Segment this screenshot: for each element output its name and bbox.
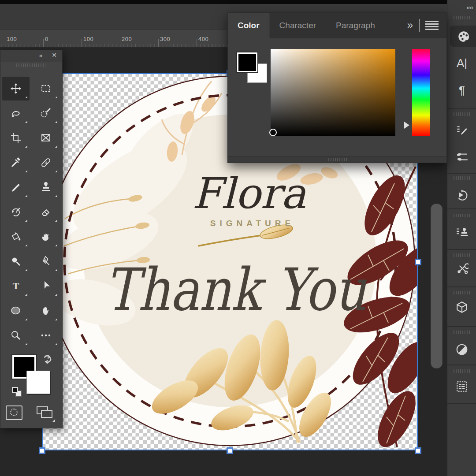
healing-brush-tool[interactable] xyxy=(32,151,60,175)
paragraph-icon: ¶ xyxy=(459,84,465,97)
transform-handle[interactable] xyxy=(415,259,421,265)
dock-collapse-icon[interactable]: «« xyxy=(466,4,473,11)
crop-tool[interactable] xyxy=(2,126,30,150)
panel-foreground-swatch[interactable] xyxy=(237,52,257,72)
tools-panel: « ✕ T xyxy=(0,50,63,428)
path-selection-tool[interactable] xyxy=(32,274,60,298)
panel-grip[interactable] xyxy=(16,63,45,67)
background-color-swatch[interactable] xyxy=(26,371,50,394)
dock-panel-paragraph[interactable]: ¶ xyxy=(447,80,476,101)
quick-mask-button[interactable] xyxy=(6,405,22,420)
dock-panel-adjustments[interactable] xyxy=(447,339,476,360)
dock-panel-3d[interactable] xyxy=(447,297,476,318)
marquee-tool[interactable] xyxy=(32,77,60,100)
paint-bucket-tool[interactable] xyxy=(2,225,30,249)
path-selection-icon xyxy=(40,280,52,292)
pen-tool[interactable] xyxy=(32,249,60,273)
collapse-panel-icon[interactable]: « xyxy=(39,52,43,59)
dock-divider xyxy=(447,403,476,404)
3d-icon xyxy=(455,301,469,314)
default-colors-icon[interactable] xyxy=(12,387,24,398)
dock-grip[interactable] xyxy=(454,291,470,294)
dock-panel-color[interactable] xyxy=(450,26,476,47)
zoom-icon xyxy=(10,330,22,341)
dock-divider xyxy=(447,249,476,250)
tools-panel-header[interactable]: « ✕ xyxy=(0,50,62,62)
eraser-icon xyxy=(40,206,52,218)
dock-grip[interactable] xyxy=(454,176,470,180)
collapse-panel-chevrons-icon[interactable]: » xyxy=(407,19,412,31)
selection-brush-tool[interactable] xyxy=(32,101,60,125)
panel-dock: «« A|¶ xyxy=(447,0,476,476)
tab-paragraph[interactable]: Paragraph xyxy=(326,13,385,38)
vertical-scrollbar[interactable] xyxy=(431,204,443,368)
hue-strip[interactable] xyxy=(412,49,430,136)
dock-grip[interactable] xyxy=(454,16,470,19)
adjustments-icon xyxy=(455,343,469,356)
type-tool[interactable]: T xyxy=(2,274,30,298)
ruler-label: 200 xyxy=(122,36,132,42)
close-panel-icon[interactable]: ✕ xyxy=(52,52,57,59)
window-top-edge xyxy=(0,0,476,4)
crop-icon xyxy=(10,132,22,144)
dock-panel-brush-settings[interactable] xyxy=(447,119,476,141)
frame-icon xyxy=(40,132,52,144)
hand-icon xyxy=(40,305,52,316)
dock-panel-history[interactable] xyxy=(447,185,476,206)
history-brush-tool[interactable] xyxy=(2,200,30,224)
eyedropper-icon xyxy=(10,157,22,168)
color-picker-cursor[interactable] xyxy=(269,129,277,136)
color-icon xyxy=(457,30,470,43)
dock-header: «« xyxy=(447,4,476,13)
dodge-tool[interactable] xyxy=(2,249,30,273)
quick-mask-icon xyxy=(10,409,18,416)
clone-stamp-tool[interactable] xyxy=(32,175,60,199)
transform-handle[interactable] xyxy=(227,447,233,454)
brush-settings-icon xyxy=(455,123,469,137)
frame-tool[interactable] xyxy=(32,126,60,150)
dock-grip[interactable] xyxy=(454,253,470,257)
dock-divider xyxy=(447,208,476,209)
ellipse-shape-tool[interactable] xyxy=(2,299,30,323)
lasso-icon xyxy=(10,108,22,119)
tab-color[interactable]: Color xyxy=(228,13,270,38)
character-icon: A| xyxy=(457,56,467,70)
hue-slider-icon[interactable] xyxy=(404,122,409,129)
tool-presets-icon xyxy=(455,261,469,275)
dock-panel-patterns[interactable] xyxy=(447,376,476,397)
smudge-tool[interactable] xyxy=(32,225,60,249)
dock-grip[interactable] xyxy=(454,112,470,116)
eraser-tool[interactable] xyxy=(32,200,60,224)
lasso-tool[interactable] xyxy=(2,101,30,125)
dock-panel-character[interactable]: A| xyxy=(447,52,476,74)
dock-grip[interactable] xyxy=(454,331,470,334)
transform-handle[interactable] xyxy=(415,447,421,454)
panel-menu-icon[interactable] xyxy=(425,21,439,30)
brush-tool[interactable] xyxy=(2,175,30,199)
dock-panel-tool-presets[interactable] xyxy=(447,257,476,279)
dock-panel-clone-source[interactable] xyxy=(447,222,476,243)
type-icon: T xyxy=(10,280,22,292)
screen-mode-button[interactable] xyxy=(37,405,55,421)
saturation-brightness-field[interactable] xyxy=(271,49,395,136)
eyedropper-tool[interactable] xyxy=(2,151,30,175)
tab-character[interactable]: Character xyxy=(270,13,326,38)
ellipse-shape-icon xyxy=(10,305,22,316)
history-icon xyxy=(455,189,469,202)
paint-bucket-icon xyxy=(10,231,22,242)
dock-divider xyxy=(447,173,476,174)
hand-tool[interactable] xyxy=(32,299,60,323)
healing-brush-icon xyxy=(40,157,52,168)
zoom-tool[interactable] xyxy=(2,324,30,347)
tab-bar-divider xyxy=(419,19,420,32)
more-tools-tool[interactable] xyxy=(32,324,60,347)
panel-resize-grip[interactable] xyxy=(328,158,347,161)
move-tool[interactable] xyxy=(2,77,30,100)
dock-grip[interactable] xyxy=(454,214,470,217)
dock-panel-brushes[interactable] xyxy=(447,146,476,167)
transform-handle[interactable] xyxy=(39,447,45,454)
selection-brush-icon xyxy=(40,108,52,119)
dock-grip[interactable] xyxy=(454,369,470,373)
clone-stamp-icon xyxy=(40,182,52,193)
patterns-icon xyxy=(455,380,469,393)
